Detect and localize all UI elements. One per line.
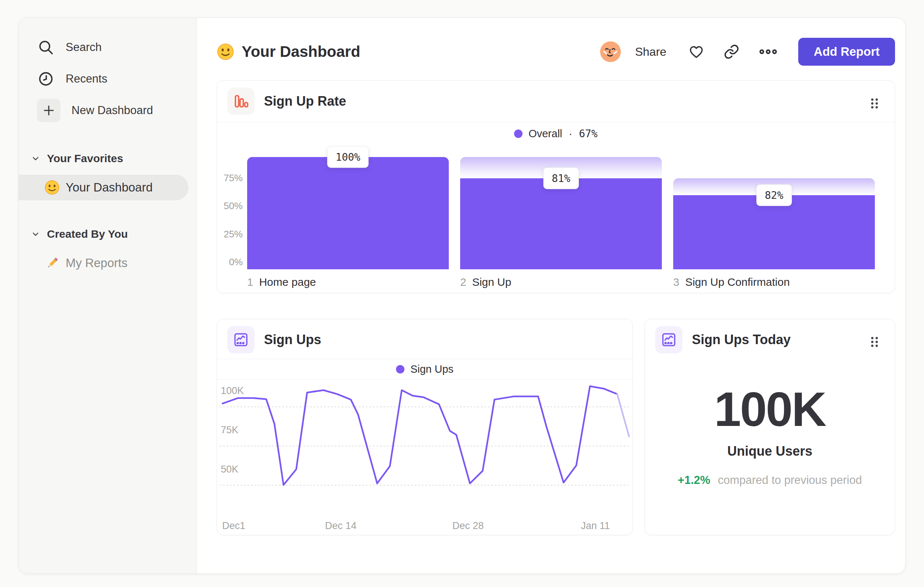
sidebar-item-your-dashboard[interactable]: Your Dashboard — [19, 175, 188, 200]
legend-item-sign-ups[interactable]: Sign Ups — [396, 363, 454, 375]
sidebar-item-my-reports[interactable]: My Reports — [19, 250, 188, 276]
sidebar-item-label: Search — [66, 41, 102, 54]
sidebar-item-label: Recents — [66, 72, 107, 86]
funnel-chart: 75%50%25%0%100%1Home page81%2Sign Up82%3… — [217, 144, 895, 293]
search-icon — [37, 38, 54, 56]
line-chart-icon — [227, 326, 254, 353]
funnel-value-label: 100% — [327, 146, 368, 168]
delta-note: compared to previous period — [718, 474, 862, 486]
sidebar-item-label: New Dashboard — [71, 104, 153, 117]
funnel-y-tick: 50% — [220, 199, 243, 212]
legend-item-overall[interactable]: Overall · 67% — [514, 128, 597, 140]
card-title: Sign Up Rate — [264, 94, 346, 109]
funnel-legend: Overall · 67% — [217, 122, 895, 145]
share-button[interactable]: Share — [635, 45, 666, 59]
bar-chart-icon — [227, 88, 254, 115]
metric-label: Unique Users — [645, 443, 895, 459]
legend-dot — [514, 129, 523, 138]
dashboard-header: Your Dashboard Share Add Report — [217, 37, 895, 66]
main-content: Your Dashboard Share Add Report — [197, 18, 906, 574]
sign-ups-card: Sign Ups Sign Ups 100K75K50KDec1Dec 14De… — [217, 319, 633, 535]
card-title: Sign Ups Today — [692, 332, 790, 347]
legend-dot — [396, 365, 404, 374]
chevron-down-icon — [31, 154, 40, 162]
drag-handle-icon[interactable] — [869, 335, 880, 350]
line-x-tick: Dec 14 — [311, 520, 370, 532]
funnel-value-label: 81% — [543, 168, 579, 189]
line-x-tick: Dec 28 — [439, 520, 498, 532]
sign-ups-today-card-header: Sign Ups Today — [645, 319, 895, 360]
section-header-created-by-you[interactable]: Created By You — [19, 223, 196, 245]
more-options-icon[interactable] — [759, 44, 778, 60]
sign-up-rate-card: Sign Up Rate Overall · 67% 75%50%25%0%10… — [217, 80, 895, 293]
line-chart-svg — [217, 380, 632, 527]
sidebar-item-label: My Reports — [66, 256, 128, 270]
sidebar: Search Recents New Dashboard Your Favori… — [19, 18, 197, 574]
page-title-text: Your Dashboard — [242, 43, 360, 61]
line-x-tick: Jan 11 — [566, 520, 625, 532]
funnel-bar-3[interactable] — [673, 195, 875, 269]
line-x-tick: Dec1 — [222, 520, 245, 532]
pencil-emoji — [45, 255, 60, 271]
line-y-tick: 50K — [221, 463, 238, 476]
funnel-y-tick: 75% — [220, 171, 243, 185]
funnel-step-label: 3Sign Up Confirmation — [673, 276, 790, 288]
funnel-bar-1[interactable] — [247, 157, 449, 269]
delta-value: +1.2% — [678, 474, 710, 486]
line-y-tick: 75K — [221, 423, 238, 437]
line-chart — [217, 380, 632, 527]
page-title: Your Dashboard — [217, 43, 360, 61]
sign-up-rate-card-header: Sign Up Rate — [217, 81, 895, 122]
section-label: Your Favorites — [47, 152, 123, 165]
funnel-bar-2[interactable] — [460, 178, 662, 269]
funnel-y-tick: 25% — [220, 227, 243, 241]
header-actions: Share Add Report — [599, 38, 895, 66]
app-window: Search Recents New Dashboard Your Favori… — [18, 18, 906, 574]
line-legend: Sign Ups — [217, 359, 632, 380]
line-chart-icon — [655, 326, 682, 353]
copy-link-icon[interactable] — [723, 44, 739, 60]
card-title: Sign Ups — [264, 332, 321, 347]
funnel-y-tick: 0% — [220, 255, 243, 269]
drag-handle-icon[interactable] — [869, 97, 880, 112]
clock-icon — [37, 70, 54, 88]
metric-delta: +1.2% compared to previous period — [645, 474, 895, 487]
smiley-emoji — [217, 43, 234, 61]
section-header-your-favorites[interactable]: Your Favorites — [19, 147, 196, 169]
sidebar-item-search[interactable]: Search — [19, 31, 196, 63]
sidebar-item-label: Your Dashboard — [66, 180, 153, 194]
funnel-step-label: 2Sign Up — [460, 276, 511, 288]
chevron-down-icon — [31, 230, 40, 238]
sign-ups-today-card: Sign Ups Today 100K Unique Users +1.2% c… — [645, 319, 895, 535]
funnel-step-label: 1Home page — [247, 276, 316, 288]
section-label: Created By You — [47, 228, 128, 240]
sidebar-item-recents[interactable]: Recents — [19, 63, 196, 95]
funnel-value-label: 82% — [756, 185, 792, 206]
sidebar-section-your-favorites: Your Favorites Your Dashboard — [19, 147, 196, 200]
metric-value: 100K — [645, 382, 895, 437]
line-y-tick: 100K — [221, 384, 244, 397]
smiley-emoji — [45, 180, 60, 195]
add-report-button[interactable]: Add Report — [798, 38, 895, 66]
favorite-heart-icon[interactable] — [688, 44, 705, 60]
sidebar-item-new-dashboard[interactable]: New Dashboard — [19, 95, 196, 126]
sign-ups-card-header: Sign Ups — [217, 319, 632, 360]
plus-icon — [37, 99, 61, 122]
avatar[interactable] — [599, 40, 622, 63]
sidebar-section-created-by-you: Created By You My Reports — [19, 223, 196, 276]
